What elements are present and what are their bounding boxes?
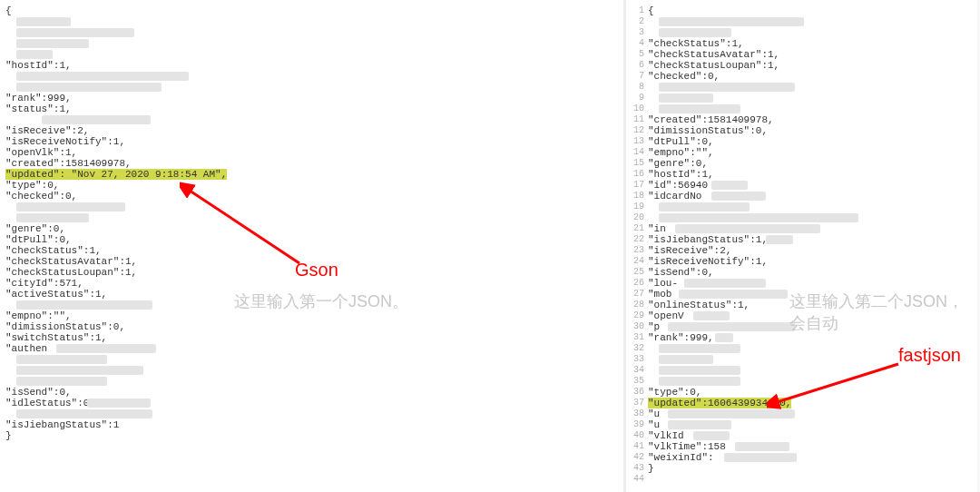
line-number: 3	[628, 27, 644, 38]
code-line: 14 "empno":"",	[648, 147, 972, 158]
code-line: "isReceiveNotify":1,	[5, 136, 618, 147]
redacted-text	[659, 377, 740, 386]
code-text: "isJiebangStatus":1	[5, 419, 119, 430]
code-line: "genre":0,	[5, 223, 618, 234]
line-number: 22	[628, 234, 644, 245]
line-number: 37	[628, 398, 644, 408]
code-text: "isSend":0,	[5, 387, 72, 398]
code-line	[5, 71, 618, 82]
redacted-text	[16, 17, 71, 26]
code-line: 3	[648, 27, 972, 38]
redacted-text	[16, 39, 89, 48]
code-line: 30 "p	[648, 321, 972, 332]
code-text: "hostId":1,	[648, 169, 714, 180]
code-line: 43}	[648, 463, 972, 474]
line-number: 38	[628, 408, 644, 419]
redacted-text	[684, 279, 766, 288]
code-text: }	[5, 430, 12, 441]
line-number: 24	[628, 256, 644, 267]
code-line: "empno":"",	[5, 310, 618, 321]
redacted-text	[16, 28, 134, 37]
code-text: "u	[648, 408, 660, 419]
code-text: "vlkTime":158	[648, 441, 726, 452]
code-text: "dtPull":0,	[5, 234, 72, 245]
code-line: "checked":0,	[5, 191, 618, 202]
code-line: 10	[648, 103, 972, 114]
code-line: "switchStatus":1,	[5, 332, 618, 343]
code-text: "u	[648, 419, 660, 430]
line-number: 21	[628, 223, 644, 234]
code-text: "genre":0,	[648, 158, 708, 169]
code-line	[5, 202, 618, 212]
line-number: 33	[628, 354, 644, 365]
line-number: 27	[628, 289, 644, 300]
json-output-gson: { "hostId":1, "rank":999, "status":1, "i…	[0, 0, 623, 447]
code-line: 25 "isSend":0,	[648, 267, 972, 278]
redacted-text	[679, 290, 788, 299]
redacted-text	[659, 344, 740, 353]
code-line: 32	[648, 343, 972, 354]
right-pane: 1{234 "checkStatus":1,5 "checkStatusAvat…	[626, 0, 977, 492]
line-number: 29	[628, 310, 644, 321]
code-line: 26 "lou-	[648, 278, 972, 289]
code-text: "dtPull":0,	[648, 136, 714, 147]
redacted-text	[693, 431, 730, 440]
redacted-text	[711, 192, 766, 201]
line-number: 36	[628, 387, 644, 398]
line-number: 13	[628, 136, 644, 147]
code-text: "updated": "Nov 27, 2020 9:18:54 AM",	[5, 169, 227, 180]
code-line: "type":0,	[5, 180, 618, 191]
code-line: "status":1,	[5, 103, 618, 114]
code-line: 42 "weixinId":	[648, 452, 972, 463]
line-number: 34	[628, 365, 644, 376]
code-text: "type":0,	[648, 387, 701, 398]
line-number: 28	[628, 300, 644, 310]
code-line: "checkStatusLoupan":1,	[5, 267, 618, 278]
code-text: "updated":1606439934000,	[648, 398, 791, 408]
code-text: "isReceive":2,	[648, 245, 731, 256]
redacted-text	[659, 355, 713, 364]
code-text: "openV	[648, 310, 684, 321]
code-line: {	[5, 5, 618, 16]
code-line: 6 "checkStatusLoupan":1,	[648, 60, 972, 71]
code-line: "dtPull":0,	[5, 234, 618, 245]
code-line: 11 "created":1581409978,	[648, 114, 972, 125]
code-line: }	[5, 430, 618, 441]
code-text: "rank":999,	[648, 332, 714, 343]
code-line: 27 "mob	[648, 289, 972, 300]
code-line	[5, 114, 618, 125]
code-text: "checkStatusLoupan":1,	[5, 267, 137, 278]
code-line: 28 "onlineStatus":1,	[648, 300, 972, 310]
code-line: 18 "idcardNo	[648, 191, 972, 202]
code-text: {	[648, 5, 654, 16]
line-number: 19	[628, 202, 644, 212]
code-text: "isReceiveNotify":1,	[648, 256, 768, 267]
line-number: 42	[628, 452, 644, 463]
code-text: "in	[648, 223, 666, 234]
redacted-text	[659, 213, 858, 222]
code-text: "empno":"",	[5, 310, 72, 321]
redacted-text	[16, 72, 189, 81]
code-line: "checkStatusAvatar":1,	[5, 256, 618, 267]
redacted-text	[659, 202, 750, 212]
redacted-text	[16, 202, 125, 212]
line-number: 25	[628, 267, 644, 278]
code-text: "checkStatus":1,	[648, 38, 744, 49]
redacted-text	[766, 235, 793, 244]
code-text: "idcardNo	[648, 191, 701, 202]
code-line: 22 "isJiebangStatus":1,	[648, 234, 972, 245]
code-line: 5 "checkStatusAvatar":1,	[648, 49, 972, 60]
line-number: 30	[628, 321, 644, 332]
code-line: 1{	[648, 5, 972, 16]
code-line: "checkStatus":1,	[5, 245, 618, 256]
redacted-text	[56, 344, 156, 353]
line-number: 39	[628, 419, 644, 430]
code-line: 33	[648, 354, 972, 365]
code-line: "updated": "Nov 27, 2020 9:18:54 AM",	[5, 169, 618, 180]
code-text: "idleStatus":0,	[5, 398, 95, 408]
code-line: 31 "rank":999,	[648, 332, 972, 343]
code-line: 19	[648, 202, 972, 212]
code-line	[5, 16, 618, 27]
redacted-text	[16, 50, 53, 59]
line-number: 10	[628, 103, 644, 114]
